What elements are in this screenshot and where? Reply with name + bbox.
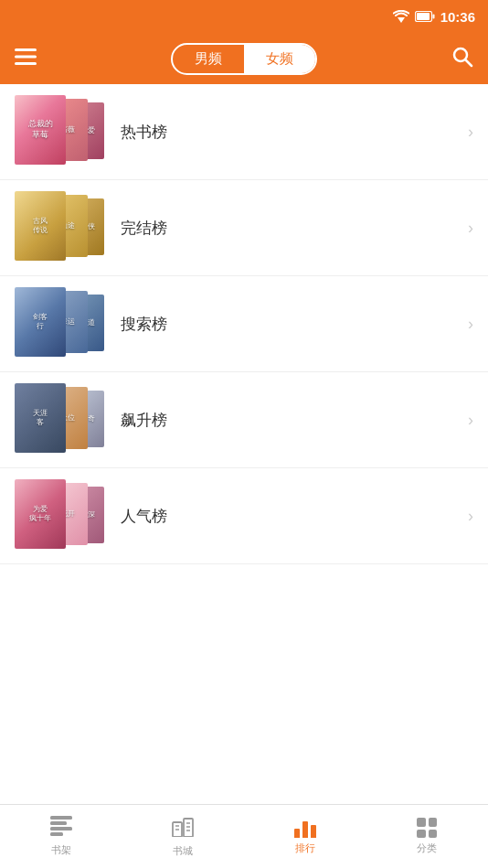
menu-button[interactable] bbox=[15, 48, 37, 69]
nav-category[interactable]: 分类 bbox=[366, 805, 489, 868]
search-chevron: › bbox=[468, 315, 473, 334]
ranking-list: 恋爱 蔷薇 总裁的草莓 热书榜 › 武侠 仙途 古风传说 完结榜 › bbox=[0, 84, 488, 804]
complete-chevron: › bbox=[468, 219, 473, 238]
rise-book-covers: 传奇 上位 天涯客 bbox=[15, 383, 106, 456]
popular-chevron: › bbox=[468, 507, 473, 526]
bookcity-icon bbox=[171, 815, 195, 841]
svg-rect-4 bbox=[15, 48, 37, 51]
svg-rect-9 bbox=[50, 816, 72, 820]
nav-bookcity[interactable]: 书城 bbox=[122, 805, 245, 868]
complete-book-covers: 武侠 仙途 古风传说 bbox=[15, 191, 106, 264]
popular-label: 人气榜 bbox=[121, 506, 468, 527]
hot-cover-1: 总裁的草莓 bbox=[15, 95, 66, 165]
status-icons: 10:36 bbox=[393, 9, 475, 25]
svg-rect-10 bbox=[50, 821, 67, 825]
search-book-covers: 传道 幸运 剑客行 bbox=[15, 287, 106, 360]
hot-label: 热书榜 bbox=[121, 122, 468, 143]
wifi-icon bbox=[393, 10, 409, 23]
rise-cover-1: 天涯客 bbox=[15, 383, 66, 453]
svg-line-8 bbox=[466, 60, 472, 67]
popular-book-covers: 情深 花开 为爱疯十年 bbox=[15, 479, 106, 552]
hot-book-covers: 恋爱 蔷薇 总裁的草莓 bbox=[15, 95, 106, 168]
category-icon bbox=[417, 818, 437, 838]
svg-rect-12 bbox=[50, 832, 63, 836]
bottom-navigation: 书架 书城 排行 bbox=[0, 804, 488, 868]
hot-chevron: › bbox=[468, 123, 473, 142]
svg-rect-11 bbox=[50, 827, 72, 830]
header: 男频 女频 bbox=[0, 33, 488, 84]
nav-bookcity-label: 书城 bbox=[173, 844, 193, 858]
nav-ranking-label: 排行 bbox=[295, 841, 315, 855]
popular-ranking-item[interactable]: 情深 花开 为爱疯十年 人气榜 › bbox=[0, 468, 488, 564]
svg-rect-2 bbox=[432, 15, 434, 19]
nav-category-label: 分类 bbox=[417, 841, 437, 855]
rise-chevron: › bbox=[468, 411, 473, 430]
nav-ranking[interactable]: 排行 bbox=[244, 805, 366, 868]
complete-cover-1: 古风传说 bbox=[15, 191, 66, 261]
nav-bookshelf-label: 书架 bbox=[51, 843, 71, 857]
rise-label: 飙升榜 bbox=[121, 410, 468, 431]
gender-tab-switcher: 男频 女频 bbox=[171, 43, 317, 75]
tab-female[interactable]: 女频 bbox=[244, 45, 315, 73]
complete-ranking-item[interactable]: 武侠 仙途 古风传说 完结榜 › bbox=[0, 180, 488, 276]
status-bar: 10:36 bbox=[0, 0, 488, 33]
search-cover-1: 剑客行 bbox=[15, 287, 66, 357]
svg-rect-3 bbox=[417, 13, 430, 20]
svg-marker-0 bbox=[398, 17, 405, 23]
svg-rect-14 bbox=[184, 819, 193, 837]
ranking-icon bbox=[294, 818, 316, 838]
rise-ranking-item[interactable]: 传奇 上位 天涯客 飙升榜 › bbox=[0, 372, 488, 468]
hot-ranking-item[interactable]: 恋爱 蔷薇 总裁的草莓 热书榜 › bbox=[0, 84, 488, 180]
search-ranking-item[interactable]: 传道 幸运 剑客行 搜索榜 › bbox=[0, 276, 488, 372]
search-label: 搜索榜 bbox=[121, 314, 468, 335]
battery-icon bbox=[415, 11, 435, 22]
popular-cover-1: 为爱疯十年 bbox=[15, 479, 66, 549]
tab-male[interactable]: 男频 bbox=[173, 45, 244, 73]
bookshelf-icon bbox=[49, 816, 73, 840]
nav-bookshelf[interactable]: 书架 bbox=[0, 805, 122, 868]
search-button[interactable] bbox=[451, 46, 473, 71]
svg-rect-6 bbox=[15, 62, 37, 65]
complete-label: 完结榜 bbox=[121, 218, 468, 239]
status-time: 10:36 bbox=[440, 9, 475, 25]
svg-rect-5 bbox=[15, 56, 37, 59]
